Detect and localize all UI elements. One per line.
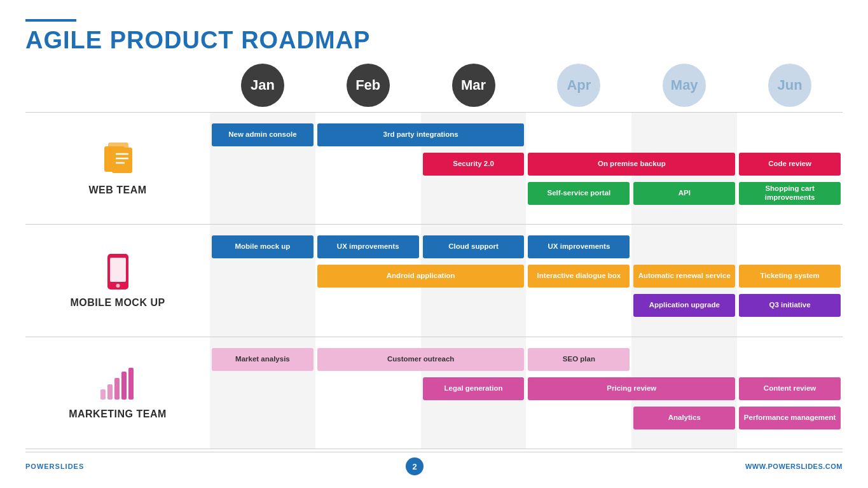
page-number: 2 bbox=[406, 457, 424, 475]
task-bar: Android application bbox=[317, 265, 525, 288]
task-bar: UX improvements bbox=[317, 235, 419, 258]
brand-accent: SLIDES bbox=[55, 463, 85, 470]
tasks-container-web-team: New admin console3rd party integrationsS… bbox=[210, 113, 843, 224]
team-icon-mobile bbox=[104, 253, 132, 293]
team-name-web-team: WEB TEAM bbox=[88, 185, 146, 196]
month-bubble-jun: Jun bbox=[768, 64, 811, 107]
task-bar: Code review bbox=[739, 153, 841, 176]
task-bar: Performance management bbox=[739, 407, 841, 429]
task-bar: SEO plan bbox=[528, 348, 630, 371]
month-cell-mar: Mar bbox=[421, 64, 527, 107]
title-plain: AGILE bbox=[25, 27, 102, 53]
task-bar: Application upgrade bbox=[633, 294, 735, 317]
task-bar: Shopping cart improvements bbox=[739, 182, 841, 205]
team-label-web-team: WEB TEAM bbox=[25, 113, 210, 224]
task-bar: On premise backup bbox=[528, 153, 735, 176]
month-bubble-feb: Feb bbox=[347, 64, 390, 107]
month-row: JanFebMarAprMayJun bbox=[210, 64, 843, 107]
task-bar: Self-service portal bbox=[528, 182, 630, 205]
svg-rect-9 bbox=[100, 389, 106, 400]
task-bar: Analytics bbox=[633, 407, 735, 429]
team-icon-marketing bbox=[97, 365, 139, 405]
task-bar: Mobile mock up bbox=[212, 235, 313, 258]
task-bar: UX improvements bbox=[528, 235, 630, 258]
month-cell-feb: Feb bbox=[315, 64, 421, 107]
month-bubble-jan: Jan bbox=[241, 64, 284, 107]
month-bubble-apr: Apr bbox=[557, 64, 600, 107]
header: AGILE PRODUCT ROADMAP bbox=[25, 19, 843, 54]
month-bubble-may: May bbox=[663, 64, 706, 107]
team-row-web-team: WEB TEAMNew admin console3rd party integ… bbox=[25, 112, 843, 224]
team-rows: WEB TEAMNew admin console3rd party integ… bbox=[25, 112, 843, 449]
month-cell-jan: Jan bbox=[210, 64, 315, 107]
tasks-grid-mobile-mock-up: Mobile mock upUX improvementsCloud suppo… bbox=[210, 230, 843, 331]
task-bar: Customer outreach bbox=[317, 348, 525, 371]
svg-rect-11 bbox=[114, 378, 120, 400]
brand-plain: POWER bbox=[25, 463, 55, 470]
team-name-mobile-mock-up: MOBILE MOCK UP bbox=[70, 297, 165, 309]
task-bar: Cloud support bbox=[423, 235, 525, 258]
footer: POWERSLIDES 2 WWW.POWERSLIDES.COM bbox=[25, 452, 843, 475]
task-bar: Content review bbox=[739, 377, 841, 400]
team-row-mobile-mock-up: MOBILE MOCK UPMobile mock upUX improveme… bbox=[25, 224, 843, 336]
svg-rect-12 bbox=[121, 372, 127, 400]
website: WWW.POWERSLIDES.COM bbox=[745, 463, 843, 470]
task-bar: Ticketing system bbox=[739, 265, 841, 288]
team-name-marketing-team: MARKETING TEAM bbox=[69, 408, 167, 420]
month-cell-apr: Apr bbox=[526, 64, 631, 107]
task-bar: 3rd party integrations bbox=[317, 123, 525, 146]
svg-rect-10 bbox=[107, 384, 113, 400]
svg-rect-13 bbox=[128, 368, 134, 400]
svg-rect-2 bbox=[112, 148, 132, 173]
title-accent: PRODUCT ROADMAP bbox=[110, 27, 371, 53]
task-bar: Q3 initiative bbox=[739, 294, 841, 317]
task-bar: Legal generation bbox=[423, 377, 525, 400]
tasks-container-mobile-mock-up: Mobile mock upUX improvementsCloud suppo… bbox=[210, 225, 843, 336]
task-bar: Pricing review bbox=[528, 377, 735, 400]
page: AGILE PRODUCT ROADMAP JanFebMarAprMayJun… bbox=[0, 0, 868, 488]
team-row-marketing-team: MARKETING TEAMMarket analysisCustomer ou… bbox=[25, 337, 843, 449]
header-line bbox=[25, 19, 76, 22]
month-bubble-mar: Mar bbox=[452, 64, 495, 107]
tasks-container-marketing-team: Market analysisCustomer outreachSEO plan… bbox=[210, 337, 843, 449]
month-cell-may: May bbox=[631, 64, 737, 107]
tasks-grid-web-team: New admin console3rd party integrationsS… bbox=[210, 118, 843, 219]
team-label-mobile-mock-up: MOBILE MOCK UP bbox=[25, 225, 210, 336]
tasks-grid-marketing-team: Market analysisCustomer outreachSEO plan… bbox=[210, 342, 843, 443]
page-title: AGILE PRODUCT ROADMAP bbox=[25, 27, 843, 54]
task-bar: Automatic renewal service bbox=[633, 265, 735, 288]
task-bar: New admin console bbox=[212, 123, 313, 146]
task-bar: Market analysis bbox=[212, 348, 313, 371]
task-bar: Interactive dialogue box bbox=[528, 265, 630, 288]
brand: POWERSLIDES bbox=[25, 463, 84, 470]
team-icon-web bbox=[100, 141, 135, 181]
team-label-marketing-team: MARKETING TEAM bbox=[25, 337, 210, 449]
month-cell-jun: Jun bbox=[737, 64, 843, 107]
svg-rect-7 bbox=[110, 258, 126, 282]
svg-point-8 bbox=[116, 284, 120, 288]
grid-area: JanFebMarAprMayJun WEB TEAMNew admin con… bbox=[25, 64, 843, 449]
task-bar: API bbox=[633, 182, 735, 205]
task-bar: Security 2.0 bbox=[423, 153, 525, 176]
